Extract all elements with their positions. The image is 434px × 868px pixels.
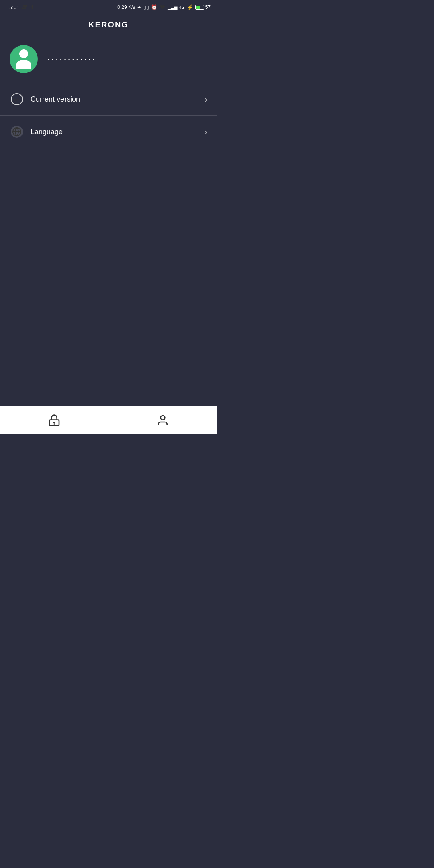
person-icon bbox=[156, 414, 169, 427]
status-right: 0.29 K/s ✦ ▯▯ ⏰ ▁▃▅ 4G ⚡ 57 bbox=[117, 4, 211, 11]
person-signal-icon bbox=[22, 4, 28, 11]
network-speed: 0.29 K/s bbox=[117, 4, 135, 10]
alarm-icon: ⏰ bbox=[151, 4, 157, 10]
current-version-label: Current version bbox=[31, 95, 205, 104]
version-check-icon bbox=[11, 93, 23, 105]
version-icon-wrapper bbox=[10, 92, 24, 106]
lock-icon bbox=[48, 414, 61, 427]
wifi-icon bbox=[159, 4, 166, 11]
nav-profile[interactable] bbox=[108, 414, 217, 427]
language-icon-wrapper bbox=[10, 125, 24, 139]
current-version-item[interactable]: Current version › bbox=[0, 83, 217, 116]
main-content bbox=[0, 148, 217, 406]
globe-icon bbox=[11, 126, 23, 138]
status-left: 15:01 bbox=[6, 4, 35, 11]
svg-point-4 bbox=[53, 422, 55, 423]
bottom-nav bbox=[0, 406, 217, 434]
lightning-icon: ⚡ bbox=[187, 4, 193, 10]
language-item[interactable]: Language › bbox=[0, 116, 217, 148]
4g-icon: 4G bbox=[179, 5, 184, 10]
battery-level: 57 bbox=[205, 4, 211, 10]
title-bar: KERONG bbox=[0, 14, 217, 35]
battery-fill bbox=[196, 6, 201, 9]
app-title: KERONG bbox=[88, 20, 129, 29]
battery-icon bbox=[195, 5, 204, 10]
language-chevron: › bbox=[205, 127, 207, 137]
battery-container: 57 bbox=[195, 4, 211, 10]
bluetooth-icon: ✦ bbox=[137, 4, 141, 10]
menu-section: Current version › Language › bbox=[0, 83, 217, 148]
avatar-body bbox=[16, 60, 31, 69]
current-version-chevron: › bbox=[205, 95, 207, 104]
nav-lock[interactable] bbox=[0, 414, 108, 427]
avatar bbox=[10, 45, 38, 73]
signal-icon: ▁▃▅ bbox=[168, 5, 177, 10]
avatar-head bbox=[19, 49, 28, 58]
vibrate-icon: ▯▯ bbox=[143, 4, 149, 10]
profile-password: ············ bbox=[47, 54, 96, 64]
status-bar: 15:01 0.29 K/s ✦ ▯▯ ⏰ ▁▃▅ 4G ⚡ bbox=[0, 0, 217, 14]
svg-point-0 bbox=[32, 7, 33, 8]
avatar-person-icon bbox=[16, 49, 31, 69]
svg-point-6 bbox=[161, 416, 165, 420]
usb-icon bbox=[30, 4, 35, 11]
language-label: Language bbox=[31, 128, 205, 136]
profile-section: ············ bbox=[0, 35, 217, 83]
time: 15:01 bbox=[6, 4, 20, 10]
